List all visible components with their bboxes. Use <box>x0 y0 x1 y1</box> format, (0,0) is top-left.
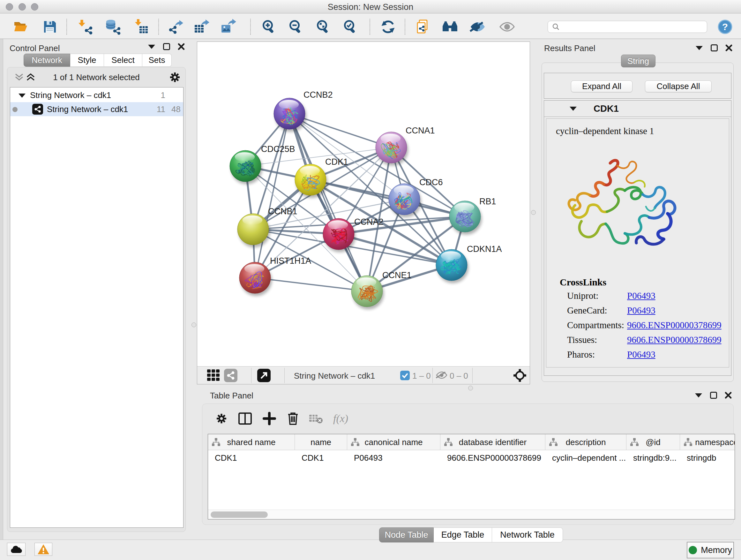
svg-text:CDKN1A: CDKN1A <box>467 244 502 254</box>
first-neighbors-button[interactable] <box>441 18 459 36</box>
column-header-namespace[interactable]: namespace <box>680 434 735 450</box>
table-row[interactable]: CDK1CDK1P064939606.ENSP00000378699cyclin… <box>208 450 735 465</box>
network-tree-item[interactable]: String Network – cdk11148 <box>10 102 183 116</box>
refresh-icon <box>380 18 396 35</box>
help-button[interactable]: ? <box>716 18 734 36</box>
network-view-toolbar: String Network – cdk1 1 – 0 0 – 0 <box>197 366 530 384</box>
column-header-canonical-name[interactable]: canonical name <box>347 434 441 450</box>
export-table-button[interactable] <box>193 18 211 36</box>
panel-float-icon[interactable] <box>163 43 171 51</box>
selected-nodes-checkbox[interactable] <box>400 371 410 380</box>
panel-float-icon[interactable] <box>710 391 718 399</box>
memory-button[interactable]: Memory <box>687 542 734 558</box>
tab-select[interactable]: Select <box>104 54 142 67</box>
svg-text:CDK1: CDK1 <box>325 157 348 167</box>
crosslink-link[interactable]: P06493 <box>627 305 656 316</box>
column-label: canonical name <box>347 437 440 447</box>
copy-network-button[interactable] <box>414 18 432 36</box>
birds-eye-view-icon[interactable] <box>206 369 220 382</box>
svg-text:?: ? <box>722 21 728 32</box>
toolbar-separator <box>158 19 159 35</box>
show-all-button[interactable] <box>498 18 516 36</box>
table-horizontal-scrollbar[interactable] <box>208 509 735 519</box>
import-table-button[interactable] <box>132 18 150 36</box>
network-tree-label: String Network – cdk1 <box>30 90 111 100</box>
collapse-all-button[interactable]: Collapse All <box>645 80 712 92</box>
import-network-icon <box>77 18 93 35</box>
panel-close-icon[interactable] <box>725 44 733 52</box>
panel-close-icon[interactable] <box>178 43 185 51</box>
crosslink-link[interactable]: 9606.ENSP00000378699 <box>627 334 722 345</box>
tab-edge-table[interactable]: Edge Table <box>434 527 492 543</box>
zoom-out-button[interactable] <box>287 18 305 36</box>
panel-float-icon[interactable] <box>711 44 718 52</box>
clear-table-button[interactable] <box>307 410 325 428</box>
network-options-gear-icon[interactable] <box>169 71 181 83</box>
column-header-shared-name[interactable]: shared name <box>208 434 295 450</box>
column-header-description[interactable]: description <box>545 434 626 450</box>
disclosure-triangle-icon[interactable] <box>18 92 26 98</box>
tab-node-table[interactable]: Node Table <box>379 527 434 543</box>
split-pane-icon <box>238 412 252 425</box>
zoom-fit-icon <box>315 18 332 35</box>
toggle-panes-button[interactable] <box>236 410 254 428</box>
crosslink-link[interactable]: P06493 <box>627 349 656 360</box>
save-session-button[interactable] <box>41 18 59 36</box>
horizontal-splitter-handle[interactable] <box>468 386 473 390</box>
export-network-button[interactable] <box>167 18 185 36</box>
column-header--id[interactable]: @id <box>626 434 680 450</box>
panel-menu-icon[interactable] <box>695 45 703 51</box>
center-view-icon[interactable] <box>513 368 527 382</box>
warnings-button[interactable] <box>35 543 52 556</box>
hide-selected-button[interactable] <box>469 18 487 36</box>
application-window: Session: New Session ? Control Panel Net… <box>0 0 741 560</box>
network-tree-item[interactable]: String Network – cdk11 <box>10 88 183 102</box>
vertical-splitter-handle-left[interactable] <box>192 322 196 327</box>
detach-view-icon[interactable] <box>257 369 271 382</box>
panel-menu-icon[interactable] <box>147 44 156 50</box>
network-canvas[interactable]: CCNB2CCNA1CDC25BCDK1CDC6RB1CCNB1CCNA2CDK… <box>197 42 530 366</box>
import-network-database-button[interactable] <box>104 18 122 36</box>
panel-menu-icon[interactable] <box>694 392 703 398</box>
collapse-gene-icon[interactable] <box>569 106 577 111</box>
gene-details-content: cyclin–dependent kinase 1 CrossLinks Uni… <box>546 118 729 368</box>
tab-network[interactable]: Network <box>23 54 70 67</box>
cloud-status-button[interactable] <box>7 543 25 556</box>
table-cell: P06493 <box>354 453 383 463</box>
tab-string[interactable]: String <box>621 55 656 67</box>
add-column-button[interactable] <box>260 410 278 428</box>
function-builder-button[interactable]: f(x) <box>333 410 351 428</box>
search-input[interactable] <box>562 22 707 32</box>
column-header-name[interactable]: name <box>295 434 347 450</box>
column-header-database-identifier[interactable]: database identifier <box>441 434 545 450</box>
gene-details-box: CDK1 cyclin–dependent kinase 1 CrossLink… <box>544 100 731 376</box>
hidden-items-icon[interactable] <box>436 370 448 380</box>
zoom-selected-button[interactable] <box>341 18 359 36</box>
table-cell: stringdb:9... <box>633 453 677 463</box>
svg-text:CCNB2: CCNB2 <box>304 90 333 100</box>
delete-column-button[interactable] <box>284 410 302 428</box>
tab-style[interactable]: Style <box>70 54 104 67</box>
table-settings-button[interactable] <box>212 410 230 428</box>
control-panel: Control Panel NetworkStyleSelectSets 1 o… <box>3 39 190 532</box>
crosslink-link[interactable]: 9606.ENSP00000378699 <box>627 320 722 330</box>
panel-close-icon[interactable] <box>724 391 732 399</box>
crosslink-link[interactable]: P06493 <box>627 291 656 301</box>
gene-description: cyclin–dependent kinase 1 <box>556 126 654 136</box>
zoom-in-button[interactable] <box>260 18 278 36</box>
crosslink-label: Tissues: <box>567 334 597 345</box>
export-image-button[interactable] <box>219 18 238 36</box>
import-network-file-button[interactable] <box>76 18 94 36</box>
open-session-button[interactable] <box>12 18 30 36</box>
refresh-button[interactable] <box>379 18 397 36</box>
table-cell: CDK1 <box>215 453 237 463</box>
zoom-fit-button[interactable] <box>314 18 332 36</box>
network-share-icon[interactable] <box>224 369 238 382</box>
gene-section-header[interactable]: CDK1 <box>544 101 731 117</box>
control-panel-window-icons <box>147 43 185 51</box>
vertical-splitter-handle-right[interactable] <box>531 210 536 215</box>
expand-all-button[interactable]: Expand All <box>571 80 632 92</box>
tab-sets[interactable]: Sets <box>142 54 172 67</box>
tab-network-table[interactable]: Network Table <box>492 527 563 543</box>
scrollbar-thumb[interactable] <box>211 511 268 518</box>
